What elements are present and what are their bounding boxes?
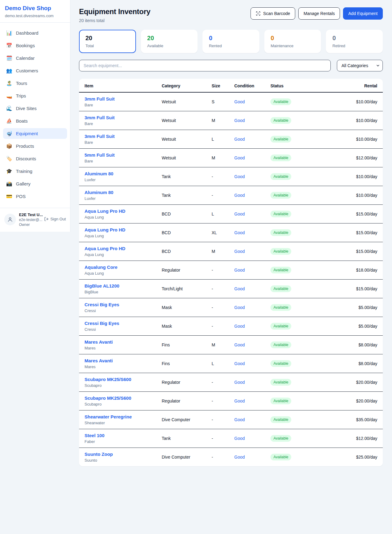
items-total-count: 20 items total: [79, 18, 150, 23]
item-brand: Faber: [85, 439, 151, 444]
sign-out-button[interactable]: Sign Out: [44, 217, 66, 221]
condition-link[interactable]: Good: [234, 342, 245, 347]
scan-barcode-button[interactable]: Scan Barcode: [251, 7, 295, 20]
condition-link[interactable]: Good: [234, 268, 245, 273]
condition-link[interactable]: Good: [234, 174, 245, 179]
item-link[interactable]: Suunto Zoop: [85, 452, 151, 457]
condition-link[interactable]: Good: [234, 361, 245, 366]
sidebar-item-training[interactable]: 🎓Training: [3, 166, 67, 177]
products-icon: 📦: [6, 143, 12, 149]
item-link[interactable]: Aqua Lung Pro HD: [85, 227, 151, 232]
item-link[interactable]: Aqualung Core: [85, 265, 151, 270]
size-cell: -: [206, 317, 229, 336]
condition-link[interactable]: Good: [234, 455, 245, 460]
condition-link[interactable]: Good: [234, 436, 245, 441]
item-link[interactable]: 3mm Full Suit: [85, 115, 151, 120]
item-link[interactable]: 3mm Full Suit: [85, 96, 151, 101]
item-link[interactable]: 5mm Full Suit: [85, 152, 151, 158]
item-link[interactable]: Mares Avanti: [85, 339, 151, 345]
table-row: Mares AvantiMaresFinsMGoodAvailable$8.00…: [79, 336, 383, 354]
sidebar-item-boats[interactable]: ⛵Boats: [3, 116, 67, 126]
stat-card-maintenance[interactable]: 0Maintenance: [264, 30, 321, 53]
condition-link[interactable]: Good: [234, 230, 245, 235]
category-select[interactable]: All Categories: [337, 60, 383, 71]
item-link[interactable]: Cressi Big Eyes: [85, 321, 151, 326]
item-brand: Aqua Lung: [85, 215, 151, 219]
condition-link[interactable]: Good: [234, 305, 245, 310]
training-icon: 🎓: [6, 168, 12, 174]
sidebar-item-trips[interactable]: 🚤Trips: [3, 90, 67, 101]
item-brand: Bare: [85, 159, 151, 163]
size-cell: M: [206, 111, 229, 130]
condition-link[interactable]: Good: [234, 380, 245, 385]
stat-card-available[interactable]: 20Available: [141, 30, 198, 53]
item-brand: Shearwater: [85, 421, 151, 425]
sidebar-item-dashboard[interactable]: 📊Dashboard: [3, 28, 67, 38]
condition-cell: Good: [229, 242, 265, 261]
table-row: Steel 100FaberTank-GoodAvailable$12.00/d…: [79, 429, 383, 448]
condition-link[interactable]: Good: [234, 137, 245, 142]
category-cell: Fins: [156, 336, 206, 354]
stat-card-retired[interactable]: 0Retired: [326, 30, 383, 53]
sidebar-item-pos[interactable]: 💳POS: [3, 191, 67, 202]
category-cell: Fins: [156, 354, 206, 373]
condition-link[interactable]: Good: [234, 324, 245, 329]
stat-card-total[interactable]: 20Total: [79, 30, 136, 53]
sidebar-item-customers[interactable]: 👥Customers: [3, 65, 67, 76]
table-row: Shearwater PeregrineShearwaterDive Compu…: [79, 410, 383, 429]
item-link[interactable]: Scubapro MK25/S600: [85, 395, 151, 401]
sidebar-item-discounts[interactable]: 🏷️Discounts: [3, 153, 67, 164]
item-link[interactable]: Aqua Lung Pro HD: [85, 208, 151, 214]
condition-cell: Good: [229, 205, 265, 223]
category-cell: Dive Computer: [156, 448, 206, 467]
stat-label: Retired: [332, 44, 376, 48]
search-input[interactable]: [79, 60, 331, 71]
item-link[interactable]: Aluminum 80: [85, 190, 151, 195]
dive-sites-icon: 🌊: [6, 105, 12, 111]
condition-link[interactable]: Good: [234, 249, 245, 254]
item-link[interactable]: Shearwater Peregrine: [85, 414, 151, 419]
status-badge: Available: [270, 248, 291, 255]
category-cell: Tank: [156, 186, 206, 205]
sidebar-item-bookings[interactable]: 📅Bookings: [3, 40, 67, 51]
filters-row: All Categories: [79, 60, 383, 71]
sidebar-item-calendar[interactable]: 🗓️Calendar: [3, 53, 67, 63]
size-cell: -: [206, 448, 229, 467]
item-link[interactable]: 3mm Full Suit: [85, 134, 151, 139]
item-link[interactable]: Cressi Big Eyes: [85, 302, 151, 307]
size-cell: S: [206, 92, 229, 111]
item-link[interactable]: Mares Avanti: [85, 358, 151, 363]
item-link[interactable]: Aluminum 80: [85, 171, 151, 176]
add-equipment-button[interactable]: Add Equipment: [343, 7, 383, 20]
item-cell: Shearwater PeregrineShearwater: [79, 410, 156, 429]
condition-cell: Good: [229, 167, 265, 186]
sidebar-item-equipment[interactable]: 🤿Equipment: [3, 128, 67, 139]
item-link[interactable]: Scubapro MK25/S600: [85, 377, 151, 382]
condition-link[interactable]: Good: [234, 193, 245, 198]
condition-link[interactable]: Good: [234, 286, 245, 291]
item-link[interactable]: BigBlue AL1200: [85, 283, 151, 288]
sidebar-item-tours[interactable]: 🏝️Tours: [3, 78, 67, 89]
item-brand: Aqua Lung: [85, 252, 151, 257]
sign-out-icon: [44, 217, 49, 221]
sidebar-item-gallery[interactable]: 📸Gallery: [3, 178, 67, 189]
manage-rentals-button[interactable]: Manage Rentals: [298, 7, 340, 20]
manage-rentals-label: Manage Rentals: [303, 11, 335, 16]
sidebar-item-dive-sites[interactable]: 🌊Dive Sites: [3, 103, 67, 114]
status-cell: Available: [265, 448, 324, 467]
condition-link[interactable]: Good: [234, 399, 245, 403]
item-link[interactable]: Aqua Lung Pro HD: [85, 246, 151, 251]
sidebar-item-label: Trips: [16, 93, 26, 98]
size-cell: -: [206, 298, 229, 317]
item-link[interactable]: Steel 100: [85, 433, 151, 438]
sidebar-item-products[interactable]: 📦Products: [3, 141, 67, 151]
stat-card-rented[interactable]: 0Rented: [202, 30, 259, 53]
condition-link[interactable]: Good: [234, 99, 245, 104]
status-cell: Available: [265, 111, 324, 130]
condition-link[interactable]: Good: [234, 118, 245, 123]
condition-link[interactable]: Good: [234, 155, 245, 160]
condition-link[interactable]: Good: [234, 417, 245, 422]
condition-link[interactable]: Good: [234, 212, 245, 216]
table-row: Aqua Lung Pro HDAqua LungBCDXLGoodAvaila…: [79, 223, 383, 242]
brand-title[interactable]: Demo Dive Shop: [5, 5, 65, 12]
